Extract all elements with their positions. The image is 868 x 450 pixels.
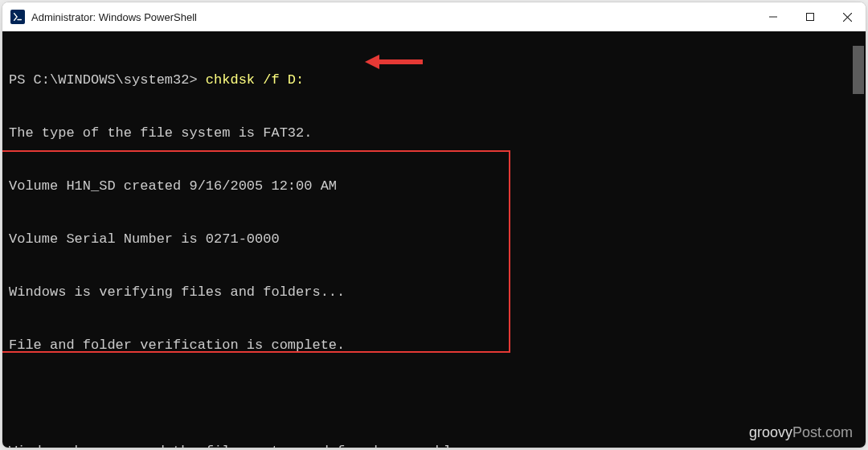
window-controls — [755, 2, 866, 31]
scrollbar-thumb[interactable] — [853, 46, 864, 94]
output-line: Volume Serial Number is 0271-0000 — [9, 231, 859, 248]
output-line: File and folder verification is complete… — [9, 337, 859, 354]
output-line — [9, 390, 859, 407]
titlebar[interactable]: Administrator: Windows PowerShell — [2, 2, 866, 31]
minimize-icon — [769, 13, 777, 21]
output-line: Windows has scanned the file system and … — [9, 443, 859, 448]
watermark-bold: groovy — [749, 424, 792, 440]
command-text: chkdsk /f D: — [206, 72, 304, 88]
powershell-icon — [10, 10, 25, 24]
close-icon — [843, 13, 852, 22]
prompt-text: PS C:\WINDOWS\system32> — [9, 72, 206, 88]
minimize-button[interactable] — [755, 2, 792, 31]
titlebar-left: Administrator: Windows PowerShell — [10, 10, 197, 24]
maximize-icon — [806, 13, 814, 21]
output-line: The type of the file system is FAT32. — [9, 125, 859, 142]
svg-rect-1 — [807, 14, 814, 21]
watermark: groovyPost.com — [749, 423, 853, 441]
window-title: Administrator: Windows PowerShell — [31, 11, 197, 23]
prompt-line: PS C:\WINDOWS\system32> chkdsk /f D: — [9, 72, 859, 89]
output-line: Windows is verifying files and folders..… — [9, 284, 859, 301]
output-line: Volume H1N_SD created 9/16/2005 12:00 AM — [9, 178, 859, 195]
watermark-rest: Post.com — [792, 424, 853, 440]
close-button[interactable] — [829, 2, 866, 31]
powershell-window: Administrator: Windows PowerShell PS C:\… — [2, 2, 866, 448]
svg-marker-5 — [365, 55, 379, 69]
maximize-button[interactable] — [792, 2, 829, 31]
terminal-pane[interactable]: PS C:\WINDOWS\system32> chkdsk /f D: The… — [2, 31, 866, 448]
